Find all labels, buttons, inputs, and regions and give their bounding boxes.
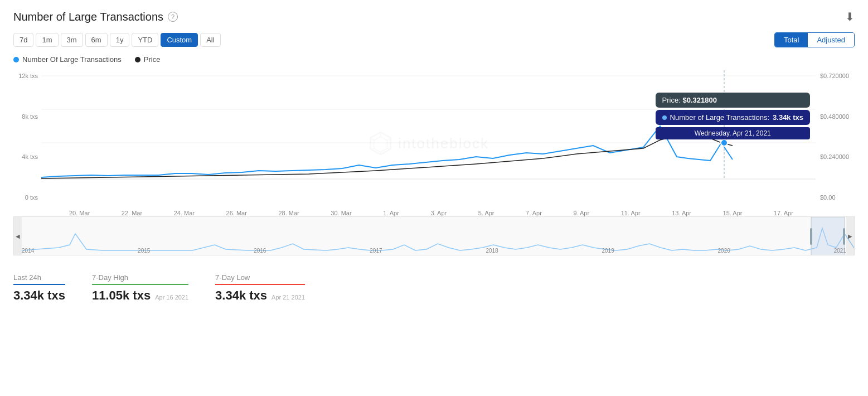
stat-7day-high-date: Apr 16 2021 [155, 294, 188, 301]
x-label-2: 24. Mar [174, 210, 195, 216]
mini-chart[interactable]: ◀ ▶ 2014 2015 2016 2017 2018 2019 2020 2… [13, 216, 855, 255]
mini-year-labels: 2014 2015 2016 2017 2018 2019 2020 2021 [22, 248, 846, 254]
y-label-8k: 8k txs [13, 113, 38, 120]
x-axis: 20. Mar 22. Mar 24. Mar 26. Mar 28. Mar … [41, 206, 816, 216]
legend-label-txs: Number Of Large Transactions [22, 55, 122, 64]
time-btn-1y[interactable]: 1y [110, 33, 130, 47]
mini-year-2021: 2021 [834, 248, 846, 254]
chart-area: intotheblock [41, 70, 816, 216]
time-btn-all[interactable]: All [200, 33, 220, 47]
tooltip-price-value: $0.321800 [682, 96, 716, 104]
time-btn-ytd[interactable]: YTD [132, 33, 158, 47]
y-label-right-2: $0.240000 [820, 153, 855, 160]
time-btn-1m[interactable]: 1m [36, 33, 58, 47]
tooltip-txs: Number of Large Transactions: 3.34k txs [656, 110, 810, 125]
tooltip-container: Price: $0.321800 Number of Large Transac… [656, 93, 810, 139]
txs-dot [721, 139, 728, 146]
stat-7day-high: 7-Day High 11.05k txs Apr 16 2021 [92, 273, 188, 303]
controls-row: 7d 1m 3m 6m 1y YTD Custom All Total Adju… [13, 32, 855, 47]
x-label-1: 22. Mar [122, 210, 142, 216]
tooltip-price: Price: $0.321800 [656, 93, 810, 108]
y-label-0: 0 txs [13, 194, 38, 201]
y-label-right-0: $0.720000 [820, 73, 855, 79]
x-label-10: 9. Apr [573, 210, 589, 216]
toggle-group: Total Adjusted [774, 32, 855, 47]
stat-last24h-value: 3.34k txs [13, 288, 65, 303]
x-label-13: 15. Apr [723, 210, 743, 216]
legend-dot-dark [135, 57, 140, 62]
stat-7day-low-value: 3.34k txs [215, 288, 267, 303]
time-btn-7d[interactable]: 7d [13, 33, 33, 47]
x-label-3: 26. Mar [226, 210, 247, 216]
page-header: Number of Large Transactions ? ⬇ [13, 10, 855, 23]
tooltip-txs-dot [662, 115, 667, 120]
mini-year-2015: 2015 [138, 248, 150, 254]
toggle-total[interactable]: Total [775, 33, 808, 47]
stat-7day-low-date: Apr 21 2021 [271, 294, 305, 301]
legend-item-txs: Number Of Large Transactions [13, 55, 122, 64]
mini-year-2017: 2017 [370, 248, 382, 254]
stat-7day-low-underline [215, 284, 305, 285]
help-icon[interactable]: ? [168, 12, 178, 22]
x-label-0: 20. Mar [69, 210, 90, 216]
legend: Number Of Large Transactions Price [13, 55, 855, 64]
stat-7day-low: 7-Day Low 3.34k txs Apr 21 2021 [215, 273, 305, 303]
stats-row: Last 24h 3.34k txs 7-Day High 11.05k txs… [13, 269, 855, 303]
x-label-8: 5. Apr [478, 210, 494, 216]
time-buttons: 7d 1m 3m 6m 1y YTD Custom All [13, 33, 221, 47]
stat-7day-high-label: 7-Day High [92, 273, 188, 282]
y-label-right-3: $0.00 [820, 194, 855, 201]
y-axis-left: 12k txs 8k txs 4k txs 0 txs [13, 70, 41, 216]
price-line [41, 134, 733, 178]
y-label-right-1: $0.480000 [820, 113, 855, 120]
stat-7day-low-label: 7-Day Low [215, 273, 305, 282]
mini-year-2016: 2016 [254, 248, 266, 254]
mini-txs-line [22, 228, 854, 250]
legend-item-price: Price [135, 55, 161, 64]
y-label-12k: 12k txs [13, 73, 38, 79]
mini-handle-left[interactable] [810, 228, 812, 245]
time-btn-6m[interactable]: 6m [85, 33, 108, 47]
legend-label-price: Price [144, 55, 161, 64]
toggle-adjusted[interactable]: Adjusted [808, 33, 854, 47]
stat-last24h: Last 24h 3.34k txs [13, 273, 65, 303]
tooltip-price-label: Price: [662, 96, 681, 104]
y-axis-right: $0.720000 $0.480000 $0.240000 $0.00 [816, 70, 855, 216]
x-label-4: 28. Mar [278, 210, 299, 216]
tooltip-date: Wednesday, Apr 21, 2021 [656, 127, 810, 139]
page-title: Number of Large Transactions [13, 11, 163, 23]
stat-last24h-label: Last 24h [13, 273, 65, 282]
x-label-7: 3. Apr [430, 210, 447, 216]
x-label-9: 7. Apr [526, 210, 542, 216]
mini-year-2019: 2019 [602, 248, 614, 254]
mini-year-2018: 2018 [486, 248, 498, 254]
y-label-4k: 4k txs [13, 153, 38, 160]
tooltip-txs-label: Number of Large Transactions: [670, 113, 769, 122]
time-btn-custom[interactable]: Custom [161, 33, 198, 47]
x-label-12: 13. Apr [672, 210, 691, 216]
mini-scroll-left-btn[interactable]: ◀ [14, 217, 22, 255]
legend-dot-blue [13, 57, 19, 62]
stat-last24h-underline [13, 284, 65, 285]
x-label-6: 1. Apr [383, 210, 399, 216]
mini-year-2014: 2014 [22, 248, 34, 254]
tooltip-txs-value: 3.34k txs [773, 113, 803, 122]
time-btn-3m[interactable]: 3m [61, 33, 83, 47]
mini-year-2020: 2020 [718, 248, 730, 254]
stat-7day-high-underline [92, 284, 188, 285]
header-left: Number of Large Transactions ? [13, 11, 178, 23]
x-label-14: 17. Apr [774, 210, 793, 216]
stat-7day-high-value: 11.05k txs [92, 288, 151, 303]
mini-scroll-right-btn[interactable]: ▶ [846, 217, 854, 255]
x-label-5: 30. Mar [331, 210, 351, 216]
download-icon[interactable]: ⬇ [845, 10, 855, 23]
chart-wrapper: 12k txs 8k txs 4k txs 0 txs [13, 70, 855, 216]
x-label-11: 11. Apr [621, 210, 641, 216]
mini-handle-right[interactable] [843, 228, 845, 245]
